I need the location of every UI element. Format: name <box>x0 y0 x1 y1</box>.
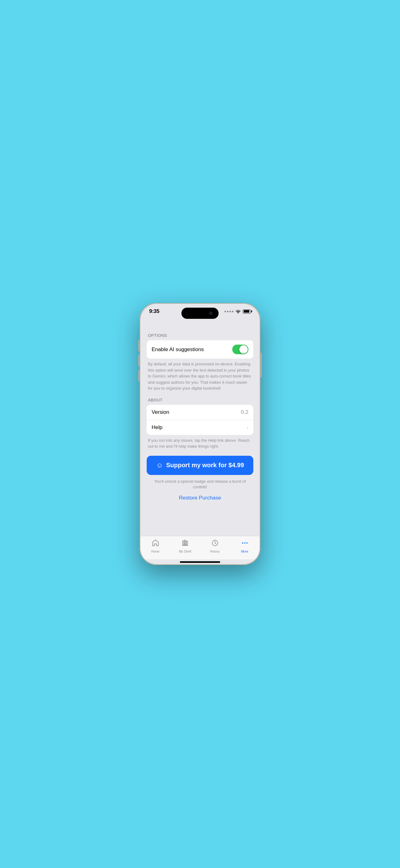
tab-home-label: Home <box>151 550 159 553</box>
ai-description: By default, all your data is processed o… <box>148 361 252 392</box>
svg-rect-2 <box>186 541 188 545</box>
phone-frame: 9:35 OPTIONS <box>139 303 261 565</box>
about-section-header: ABOUT <box>148 398 253 402</box>
more-dots-icon <box>241 539 249 549</box>
svg-point-7 <box>246 542 247 544</box>
help-description: If you run into any issues, tap the Help… <box>148 437 252 450</box>
tab-more-label: More <box>241 550 248 553</box>
ai-suggestions-toggle[interactable] <box>232 345 248 354</box>
chevron-right-icon: › <box>246 424 248 431</box>
power-button[interactable] <box>261 353 262 377</box>
svg-point-6 <box>244 542 245 544</box>
smiley-icon: ☺ <box>156 461 163 469</box>
phone-screen: 9:35 OPTIONS <box>140 304 260 564</box>
camera-dot <box>209 312 212 315</box>
status-time: 9:35 <box>149 308 159 314</box>
svg-rect-1 <box>185 540 186 545</box>
support-button[interactable]: ☺ Support my work for $4.99 <box>147 456 253 475</box>
tab-my-shelf[interactable]: My Shelf <box>170 539 200 553</box>
battery-icon <box>243 310 251 314</box>
volume-down-button[interactable] <box>138 355 139 366</box>
tab-history-label: History <box>210 550 220 553</box>
version-row: Version 0.2 <box>147 405 253 420</box>
help-label: Help <box>152 424 245 431</box>
tab-more[interactable]: More <box>230 539 260 553</box>
version-value: 0.2 <box>241 409 248 415</box>
volume-up-button[interactable] <box>138 340 139 351</box>
support-section: ☺ Support my work for $4.99 You'll unloc… <box>147 456 253 501</box>
wifi-icon <box>235 310 241 314</box>
home-indicator <box>180 561 220 563</box>
svg-rect-0 <box>182 541 184 545</box>
ai-suggestions-label: Enable AI suggestions <box>152 346 232 353</box>
dynamic-island <box>181 308 219 319</box>
tab-my-shelf-label: My Shelf <box>179 550 191 553</box>
tab-history[interactable]: History <box>200 539 230 553</box>
restore-purchase-button[interactable]: Restore Purchase <box>179 495 221 501</box>
options-card: Enable AI suggestions <box>147 340 253 359</box>
status-icons <box>225 310 251 314</box>
help-row[interactable]: Help › <box>147 420 253 435</box>
tab-home[interactable]: Home <box>140 539 170 553</box>
options-section-header: OPTIONS <box>148 333 253 338</box>
scroll-content[interactable]: OPTIONS Enable AI suggestions By default… <box>140 314 260 536</box>
tab-bar: Home My Shelf <box>140 536 260 559</box>
home-icon <box>152 539 159 549</box>
toggle-knob <box>239 345 248 353</box>
silent-switch[interactable] <box>138 370 139 381</box>
cellular-icon <box>225 311 233 312</box>
ai-suggestions-row: Enable AI suggestions <box>147 340 253 359</box>
version-label: Version <box>152 409 241 415</box>
clock-icon <box>211 539 219 549</box>
about-card: Version 0.2 Help › <box>147 405 253 435</box>
support-button-label: Support my work for $4.99 <box>166 462 244 469</box>
books-icon <box>181 539 189 549</box>
svg-point-5 <box>242 542 243 544</box>
support-subtitle: You'll unlock a special badge and releas… <box>147 479 253 490</box>
